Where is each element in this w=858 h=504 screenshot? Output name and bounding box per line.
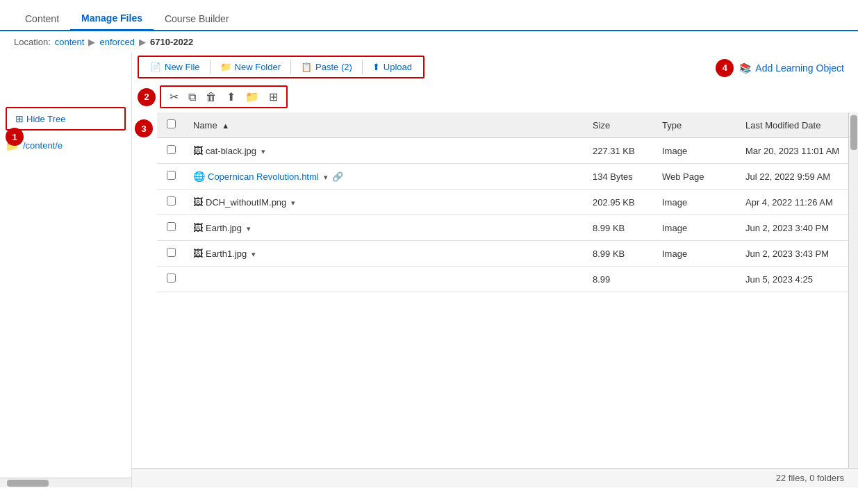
- badge-2: 2: [138, 88, 156, 106]
- file-size-cell: 8.99: [584, 267, 654, 292]
- sidebar: 1 ⊞ Hide Tree 📁 /content/e: [0, 53, 132, 487]
- new-file-label: New File: [165, 62, 200, 72]
- file-name-cell: 🖼Earth1.jpg ▾: [185, 241, 584, 267]
- upload-label: Upload: [383, 62, 412, 72]
- top-toolbar: 📄 New File 📁 New Folder 📋 Paste (2) ⬆ Up…: [138, 56, 424, 78]
- file-type-icon: 🖼: [193, 248, 203, 259]
- top-toolbar-row: 📄 New File 📁 New Folder 📋 Paste (2) ⬆ Up…: [132, 53, 858, 83]
- file-name-link[interactable]: Copernican Revolution.html: [208, 171, 319, 182]
- paste-label: Paste (2): [315, 62, 352, 72]
- sidebar-hscrollbar[interactable]: [0, 478, 131, 487]
- file-ops-toolbar-row: 2 ✂ ⧉ 🗑 ⬆ 📁 ⊞: [132, 83, 858, 112]
- copy-button[interactable]: ⧉: [185, 90, 199, 105]
- tab-manage-files[interactable]: Manage Files: [70, 7, 154, 31]
- tab-content[interactable]: Content: [14, 8, 70, 30]
- tab-course-builder[interactable]: Course Builder: [154, 8, 240, 30]
- paste-button[interactable]: 📋 Paste (2): [295, 60, 358, 74]
- row-dropdown-arrow[interactable]: ▾: [322, 173, 328, 181]
- publish-button[interactable]: ⬆: [224, 89, 238, 105]
- file-area: 📄 New File 📁 New Folder 📋 Paste (2) ⬆ Up…: [132, 53, 858, 487]
- table-row: 8.99Jun 5, 2023 4:25: [157, 267, 848, 292]
- add-learning-object-button[interactable]: 📚 Add Learning Object: [739, 62, 844, 74]
- row-checkbox[interactable]: [167, 171, 176, 180]
- add-lo-area: 4 📚 Add Learning Object: [716, 59, 844, 77]
- new-folder-sm-button[interactable]: 📁: [242, 89, 262, 105]
- file-type-cell: Image: [654, 138, 737, 164]
- breadcrumb-item-enforced[interactable]: enforced: [99, 37, 135, 47]
- breadcrumb-prefix: Location:: [14, 37, 51, 47]
- file-name-cell: 🖼DCH_withoutIM.png ▾: [185, 190, 584, 215]
- row-dropdown-arrow[interactable]: ▾: [289, 199, 295, 207]
- file-name-text: cat-black.jpg: [206, 146, 256, 156]
- badge-4: 4: [716, 59, 734, 77]
- row-dropdown-arrow[interactable]: ▾: [249, 250, 256, 258]
- new-file-icon: 📄: [150, 62, 161, 72]
- file-name-cell: 🌐Copernican Revolution.html ▾🔗: [185, 164, 584, 190]
- main-area: 1 ⊞ Hide Tree 📁 /content/e 📄 New File: [0, 53, 858, 487]
- new-folder-button[interactable]: 📁 New Folder: [215, 60, 286, 74]
- upload-icon: ⬆: [372, 62, 380, 72]
- row-dropdown-arrow[interactable]: ▾: [259, 147, 265, 156]
- breadcrumb-item-course: 6710-2022: [150, 37, 193, 47]
- vertical-scrollbar[interactable]: [848, 112, 858, 468]
- hide-tree-label: Hide Tree: [26, 114, 65, 124]
- file-name-text: DCH_withoutIM.png: [206, 197, 286, 208]
- sort-icon: ▲: [222, 121, 229, 130]
- status-bar: 22 files, 0 folders: [132, 468, 858, 487]
- paste-icon: 📋: [301, 62, 312, 72]
- file-date-cell: Jun 5, 2023 4:25: [737, 267, 848, 292]
- row-checkbox[interactable]: [167, 274, 176, 283]
- file-date-cell: Jun 2, 2023 3:43 PM: [737, 241, 848, 267]
- file-type-cell: [654, 267, 737, 292]
- file-date-cell: Jun 2, 2023 3:40 PM: [737, 215, 848, 241]
- file-name-text: Earth1.jpg: [206, 249, 247, 259]
- export-button[interactable]: ⊞: [266, 89, 281, 105]
- file-size-cell: 8.99 KB: [584, 215, 654, 241]
- name-column-header[interactable]: Name ▲: [185, 112, 584, 138]
- file-type-cell: Image: [654, 241, 737, 267]
- file-date-cell: Apr 4, 2022 11:26 AM: [737, 190, 848, 215]
- badge-3: 3: [135, 119, 153, 137]
- date-column-header: Last Modified Date: [737, 112, 848, 138]
- table-row: 🖼DCH_withoutIM.png ▾202.95 KBImageApr 4,…: [157, 190, 848, 215]
- row-checkbox[interactable]: [167, 196, 176, 205]
- sidebar-folder: 📁 /content/e: [6, 136, 126, 155]
- breadcrumb-sep2: ▶: [139, 37, 146, 47]
- row-dropdown-arrow[interactable]: ▾: [245, 224, 251, 233]
- file-name-cell: [185, 267, 584, 292]
- add-lo-icon: 📚: [739, 62, 751, 74]
- file-type-icon: 🌐: [193, 171, 205, 182]
- breadcrumb-sep1: ▶: [88, 37, 95, 47]
- upload-button[interactable]: ⬆ Upload: [367, 60, 418, 74]
- file-name-cell: 🖼cat-black.jpg ▾: [185, 138, 584, 164]
- file-table-container: 3 Name ▲ Size Type: [132, 112, 858, 468]
- breadcrumb: Location: content ▶ enforced ▶ 6710-2022: [0, 31, 858, 53]
- row-checkbox[interactable]: [167, 145, 176, 154]
- badge-1: 1: [6, 128, 24, 146]
- file-date-cell: Jul 22, 2022 9:59 AM: [737, 164, 848, 190]
- table-row: 🖼cat-black.jpg ▾227.31 KBImageMar 20, 20…: [157, 138, 848, 164]
- file-type-icon: 🖼: [193, 222, 203, 233]
- file-type-icon: 🖼: [193, 196, 203, 208]
- cut-button[interactable]: ✂: [167, 89, 181, 105]
- file-table-scroll[interactable]: Name ▲ Size Type Last Modified Date 🖼cat…: [157, 112, 848, 468]
- file-type-cell: Image: [654, 190, 737, 215]
- chain-icon: 🔗: [332, 171, 343, 182]
- file-type-cell: Image: [654, 215, 737, 241]
- new-folder-icon: 📁: [220, 62, 231, 72]
- type-column-header: Type: [654, 112, 737, 138]
- table-row: 🌐Copernican Revolution.html ▾🔗134 BytesW…: [157, 164, 848, 190]
- file-size-cell: 227.31 KB: [584, 138, 654, 164]
- add-lo-label: Add Learning Object: [755, 62, 844, 74]
- row-checkbox[interactable]: [167, 248, 176, 257]
- hide-tree-button[interactable]: ⊞ Hide Tree: [13, 112, 68, 126]
- file-name-cell: 🖼Earth.jpg ▾: [185, 215, 584, 241]
- new-file-button[interactable]: 📄 New File: [145, 60, 206, 74]
- folder-path[interactable]: /content/e: [23, 140, 63, 151]
- select-all-checkbox[interactable]: [167, 119, 176, 128]
- breadcrumb-item-content[interactable]: content: [55, 37, 85, 47]
- tabs-bar: Content Manage Files Course Builder: [0, 0, 858, 31]
- file-size-cell: 202.95 KB: [584, 190, 654, 215]
- row-checkbox[interactable]: [167, 222, 176, 231]
- delete-button[interactable]: 🗑: [203, 90, 220, 105]
